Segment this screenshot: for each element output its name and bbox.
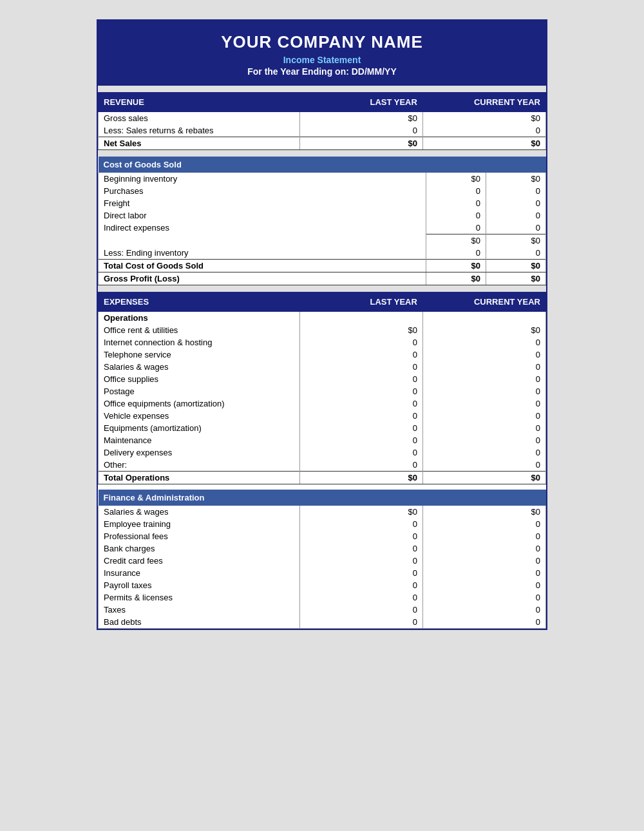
salaries-ops-label: Salaries & wages [99, 361, 300, 373]
freight-current: 0 [486, 197, 545, 209]
table-row: Equipments (amortization) 0 0 [99, 422, 546, 434]
expenses-table: EXPENSES LAST YEAR CURRENT YEAR Operatio… [98, 292, 546, 629]
table-row: Professional fees 0 0 [99, 530, 546, 542]
spacer-row [99, 484, 546, 490]
table-row: Office equipments (amortization) 0 0 [99, 397, 546, 410]
internet-last: 0 [299, 336, 422, 349]
cogs-label: Cost of Goods Sold [99, 157, 426, 173]
insurance-last: 0 [299, 567, 422, 579]
bank-charges-last: 0 [299, 542, 422, 555]
total-operations-last: $0 [299, 472, 422, 484]
gross-profit-label: Gross Profit (Loss) [99, 272, 426, 285]
total-operations-label: Total Operations [99, 472, 300, 484]
payroll-taxes-current: 0 [422, 579, 545, 591]
office-rent-last: $0 [299, 324, 422, 336]
indirect-expenses-last: 0 [426, 222, 486, 234]
bank-charges-current: 0 [422, 542, 545, 555]
professional-fees-current: 0 [422, 530, 545, 542]
professional-fees-last: 0 [299, 530, 422, 542]
gross-sales-last: $0 [299, 112, 422, 125]
cogs-col1 [426, 157, 486, 173]
cogs-section-header: Cost of Goods Sold [99, 157, 546, 173]
employee-training-last: 0 [299, 518, 422, 530]
office-equip-label: Office equipments (amortization) [99, 397, 300, 410]
permits-last: 0 [299, 591, 422, 604]
postage-last: 0 [299, 385, 422, 397]
report-period: For the Year Ending on: DD/MM/YY [104, 66, 540, 77]
report-container: YOUR COMPANY NAME Income Statement For t… [97, 19, 547, 630]
taxes-label: Taxes [99, 604, 300, 616]
equip-amort-last: 0 [299, 422, 422, 434]
credit-card-label: Credit card fees [99, 555, 300, 567]
office-equip-last: 0 [299, 397, 422, 410]
gross-profit-row: Gross Profit (Loss) $0 $0 [99, 272, 546, 285]
office-supplies-current: 0 [422, 373, 545, 385]
spacer-2 [98, 150, 546, 157]
table-row: Bank charges 0 0 [99, 542, 546, 555]
table-row: Taxes 0 0 [99, 604, 546, 616]
gross-sales-label: Gross sales [99, 112, 300, 125]
insurance-current: 0 [422, 567, 545, 579]
table-row: Direct labor 0 0 [99, 209, 546, 222]
postage-label: Postage [99, 385, 300, 397]
bad-debts-last: 0 [299, 616, 422, 629]
table-row: Office rent & utilities $0 $0 [99, 324, 546, 336]
telephone-label: Telephone service [99, 349, 300, 361]
table-row: Permits & licenses 0 0 [99, 591, 546, 604]
ending-inventory-last: 0 [426, 247, 486, 260]
total-cogs-last: $0 [426, 260, 486, 272]
vehicle-last: 0 [299, 410, 422, 422]
office-rent-label: Office rent & utilities [99, 324, 300, 336]
revenue-header-label: REVENUE [99, 93, 300, 112]
other-label: Other: [99, 459, 300, 472]
table-row: Office supplies 0 0 [99, 373, 546, 385]
purchases-label: Purchases [99, 185, 426, 197]
salaries-fin-current: $0 [422, 506, 545, 518]
table-row: Purchases 0 0 [99, 185, 546, 197]
credit-card-current: 0 [422, 555, 545, 567]
salaries-fin-label: Salaries & wages [99, 506, 300, 518]
indirect-expenses-current: 0 [486, 222, 545, 234]
net-sales-label: Net Sales [99, 137, 300, 150]
total-cogs-label: Total Cost of Goods Sold [99, 260, 426, 272]
table-row: Other: 0 0 [99, 459, 546, 472]
salaries-ops-current: 0 [422, 361, 545, 373]
cogs-table: Cost of Goods Sold Beginning inventory $… [98, 157, 546, 285]
maintenance-label: Maintenance [99, 434, 300, 446]
total-operations-row: Total Operations $0 $0 [99, 472, 546, 484]
beg-inventory-last: $0 [426, 173, 486, 185]
taxes-last: 0 [299, 604, 422, 616]
equip-amort-current: 0 [422, 422, 545, 434]
spacer-1 [98, 86, 546, 92]
office-supplies-last: 0 [299, 373, 422, 385]
table-row: Salaries & wages $0 $0 [99, 506, 546, 518]
sales-returns-label: Less: Sales returns & rebates [99, 124, 300, 137]
indirect-expenses-label: Indirect expenses [99, 222, 426, 234]
employee-training-label: Employee training [99, 518, 300, 530]
revenue-table: REVENUE LAST YEAR CURRENT YEAR Gross sal… [98, 92, 546, 150]
cogs-subtotal-last: $0 [426, 234, 486, 247]
expenses-header-last: LAST YEAR [299, 292, 422, 312]
expenses-header-label: EXPENSES [99, 292, 300, 312]
table-row: Salaries & wages 0 0 [99, 361, 546, 373]
sales-returns-current: 0 [422, 124, 545, 137]
gross-profit-last: $0 [426, 272, 486, 285]
bank-charges-label: Bank charges [99, 542, 300, 555]
total-cogs-row: Total Cost of Goods Sold $0 $0 [99, 260, 546, 272]
report-header: YOUR COMPANY NAME Income Statement For t… [98, 21, 546, 86]
other-current: 0 [422, 459, 545, 472]
direct-labor-label: Direct labor [99, 209, 426, 222]
ending-inventory-current: 0 [486, 247, 545, 260]
permits-label: Permits & licenses [99, 591, 300, 604]
total-cogs-current: $0 [486, 260, 545, 272]
net-sales-current: $0 [422, 137, 545, 150]
vehicle-label: Vehicle expenses [99, 410, 300, 422]
spacer-3 [98, 285, 546, 292]
office-supplies-label: Office supplies [99, 373, 300, 385]
table-row: Telephone service 0 0 [99, 349, 546, 361]
delivery-last: 0 [299, 446, 422, 459]
company-name: YOUR COMPANY NAME [104, 32, 540, 52]
total-operations-current: $0 [422, 472, 545, 484]
vehicle-current: 0 [422, 410, 545, 422]
bad-debts-current: 0 [422, 616, 545, 629]
